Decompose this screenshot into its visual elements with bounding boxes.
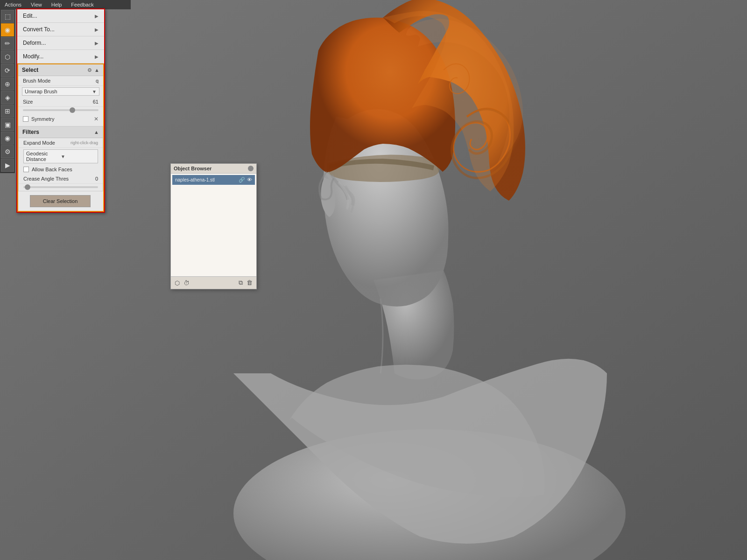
size-slider-track[interactable]	[23, 109, 99, 111]
gear-icon[interactable]: ⚙	[87, 67, 92, 73]
menu-edit[interactable]: Edit... ▶	[17, 9, 104, 23]
tool-select[interactable]: ⬚	[1, 10, 14, 23]
expand-mode-hint: right-click-drag	[70, 140, 98, 145]
symmetry-label: Symmetry	[31, 116, 55, 122]
tool-settings[interactable]: ⚙	[1, 145, 14, 158]
back-faces-row: Allow Back Faces	[19, 165, 103, 174]
crease-slider-thumb[interactable]	[25, 184, 30, 190]
tool-diamond[interactable]: ◈	[1, 91, 14, 104]
brush-mode-row: Brush Mode q	[18, 76, 103, 86]
object-item-link-icon[interactable]: 🔗	[239, 177, 245, 183]
brush-mode-label: Brush Mode	[23, 78, 96, 84]
tool-rotate[interactable]: ⟳	[1, 64, 14, 77]
collapse-icon[interactable]: ▲	[94, 67, 99, 73]
geodesic-dropdown[interactable]: Geodesic Distance ▼	[23, 149, 98, 163]
back-faces-checkbox[interactable]	[23, 167, 29, 172]
back-faces-label: Allow Back Faces	[32, 167, 72, 172]
expand-mode-label: Expand Mode	[23, 140, 70, 146]
arrow-icon: ▶	[95, 54, 99, 59]
size-slider-thumb[interactable]	[70, 107, 75, 113]
crease-value: 0	[95, 176, 98, 182]
menu-convert-to[interactable]: Convert To... ▶	[17, 23, 104, 36]
filters-collapse-icon[interactable]: ▲	[94, 129, 99, 135]
tool-mesh[interactable]: ⬡	[1, 50, 14, 63]
clear-symmetry-icon[interactable]: ✕	[94, 116, 99, 122]
object-browser-titlebar: Object Browser	[171, 164, 256, 174]
brush-type-label: Unwrap Brush	[25, 89, 92, 94]
tool-box[interactable]: ▣	[1, 118, 14, 131]
tool-grid[interactable]: ⊞	[1, 105, 14, 118]
menu-actions[interactable]: Actions	[0, 1, 26, 8]
tool-circle[interactable]: ◉	[1, 132, 14, 145]
menu-modify[interactable]: Modify... ▶	[17, 50, 104, 63]
ob-clock-icon[interactable]: ⏱	[183, 280, 190, 287]
object-browser-close-button[interactable]	[248, 166, 254, 171]
menu-help[interactable]: Help	[47, 1, 67, 8]
ob-add-object-icon[interactable]: ⬡	[175, 280, 180, 287]
object-browser: Object Browser naples-athena-1.stl 🔗 👁 ⬡…	[170, 163, 257, 289]
arrow-icon: ▶	[95, 41, 99, 46]
select-title: Select	[22, 67, 87, 73]
crease-label: Crease Angle Thres	[23, 176, 95, 182]
size-value: 61	[93, 99, 99, 105]
crease-slider-track[interactable]	[23, 186, 98, 188]
tool-play[interactable]: ▶	[1, 159, 14, 172]
size-slider-container	[18, 107, 103, 114]
menubar: Actions View Help Feedback	[0, 0, 131, 9]
object-browser-footer: ⬡ ⏱ ⧉ 🗑	[171, 276, 256, 289]
select-section: Select ⚙ ▲ Brush Mode q Unwrap Brush ▼ S…	[17, 63, 104, 212]
select-header: Select ⚙ ▲	[18, 64, 103, 76]
brush-mode-key: q	[96, 78, 99, 84]
dropdown-panel: Edit... ▶ Convert To... ▶ Deform... ▶ Mo…	[16, 8, 105, 213]
viewport	[0, 0, 747, 560]
tool-paint[interactable]: ✏	[1, 37, 14, 50]
object-browser-title: Object Browser	[174, 166, 248, 171]
clear-selection-button[interactable]: Clear Selection	[30, 195, 91, 207]
menu-view[interactable]: View	[26, 1, 47, 8]
size-label: Size	[23, 99, 93, 105]
tool-brush[interactable]: ◉	[1, 23, 14, 36]
left-toolbar: ⬚ ◉ ✏ ⬡ ⟳ ⊕ ◈ ⊞ ▣ ◉ ⚙ ▶	[0, 8, 15, 173]
geodesic-arrow-icon: ▼	[61, 154, 95, 159]
menu-feedback[interactable]: Feedback	[66, 1, 98, 8]
ob-copy-icon[interactable]: ⧉	[239, 279, 243, 287]
symmetry-row: Symmetry ✕	[18, 114, 103, 124]
brush-type-arrow[interactable]: ▼	[92, 89, 97, 94]
symmetry-checkbox[interactable]	[23, 116, 28, 122]
object-browser-list: naples-athena-1.stl 🔗 👁	[171, 174, 256, 276]
ob-delete-icon[interactable]: 🗑	[247, 279, 253, 287]
object-item[interactable]: naples-athena-1.stl 🔗 👁	[172, 175, 255, 185]
crease-slider-container	[19, 184, 103, 191]
filters-section: Filters ▲ Expand Mode right-click-drag G…	[18, 126, 103, 191]
arrow-icon: ▶	[95, 14, 99, 19]
size-row: Size 61	[18, 97, 103, 107]
filters-title: Filters	[22, 129, 94, 135]
crease-row: Crease Angle Thres 0	[19, 174, 103, 184]
tool-add[interactable]: ⊕	[1, 77, 14, 91]
object-item-eye-icon[interactable]: 👁	[247, 177, 252, 183]
arrow-icon: ▶	[95, 27, 99, 32]
geodesic-label: Geodesic Distance	[26, 151, 61, 162]
object-item-label: naples-athena-1.stl	[175, 177, 239, 182]
menu-deform[interactable]: Deform... ▶	[17, 36, 104, 50]
filters-header: Filters ▲	[19, 126, 103, 138]
expand-mode-row: Expand Mode right-click-drag	[19, 138, 103, 148]
